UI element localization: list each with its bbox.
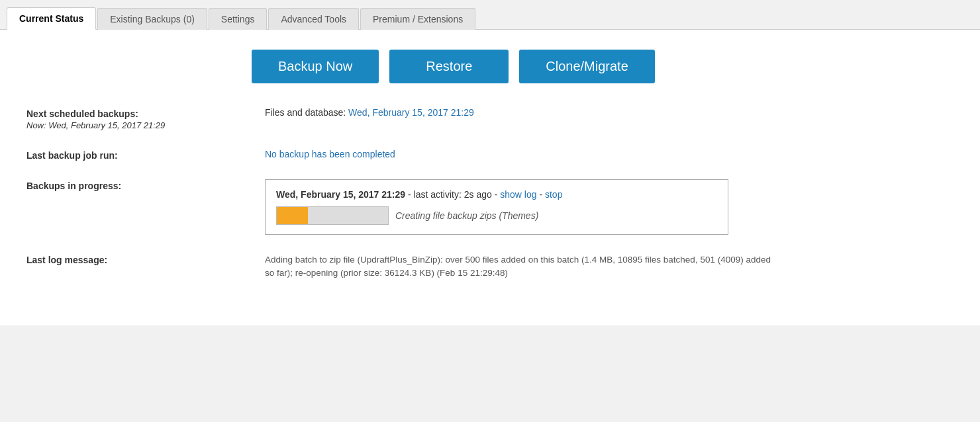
backup-now-button[interactable]: Backup Now (252, 50, 379, 83)
dash1: - (537, 189, 545, 200)
show-log-link[interactable]: show log (500, 189, 536, 200)
tabs-bar: Current Status Existing Backups (0) Sett… (0, 0, 980, 30)
last-log-label: Last log message: (26, 253, 265, 265)
progress-bar-outer (276, 206, 389, 225)
stop-link[interactable]: stop (545, 189, 562, 200)
tab-premium-extensions[interactable]: Premium / Extensions (360, 8, 475, 30)
last-backup-row: Last backup job run: No backup has been … (26, 149, 954, 161)
main-content: Backup Now Restore Clone/Migrate Next sc… (0, 30, 980, 325)
next-scheduled-date-link[interactable]: Wed, February 15, 2017 21:29 (348, 107, 474, 118)
tab-existing-backups[interactable]: Existing Backups (0) (97, 8, 207, 30)
tab-current-status[interactable]: Current Status (7, 7, 96, 30)
no-backup-link[interactable]: No backup has been completed (265, 149, 395, 159)
last-backup-label: Last backup job run: (26, 149, 265, 161)
progress-date: Wed, February 15, 2017 21:29 (276, 189, 405, 200)
tab-advanced-tools[interactable]: Advanced Tools (268, 8, 359, 30)
clone-migrate-button[interactable]: Clone/Migrate (519, 50, 655, 83)
progress-bar-container: Creating file backup zips (Themes) (276, 206, 717, 225)
restore-button[interactable]: Restore (389, 50, 509, 83)
page-wrapper: Current Status Existing Backups (0) Sett… (0, 0, 980, 422)
backups-in-progress-row: Backups in progress: Wed, February 15, 2… (26, 179, 954, 235)
progress-bar-inner (277, 207, 308, 224)
backups-in-progress-value: Wed, February 15, 2017 21:29 - last acti… (265, 179, 954, 235)
last-backup-value: No backup has been completed (265, 149, 954, 159)
next-scheduled-row: Next scheduled backups: Now: Wed, Februa… (26, 107, 954, 130)
last-log-row: Last log message: Adding batch to zip fi… (26, 253, 954, 280)
progress-header: Wed, February 15, 2017 21:29 - last acti… (276, 189, 717, 200)
action-buttons: Backup Now Restore Clone/Migrate (252, 50, 954, 83)
last-log-value: Adding batch to zip file (UpdraftPlus_Bi… (265, 253, 781, 280)
progress-box: Wed, February 15, 2017 21:29 - last acti… (265, 179, 728, 235)
progress-activity-text: - last activity: 2s ago - (405, 189, 500, 200)
tab-settings[interactable]: Settings (209, 8, 268, 30)
next-scheduled-value: Files and database: Wed, February 15, 20… (265, 107, 954, 118)
progress-label: Creating file backup zips (Themes) (395, 210, 538, 221)
backups-in-progress-label: Backups in progress: (26, 179, 265, 191)
next-scheduled-label: Next scheduled backups: Now: Wed, Februa… (26, 107, 265, 130)
